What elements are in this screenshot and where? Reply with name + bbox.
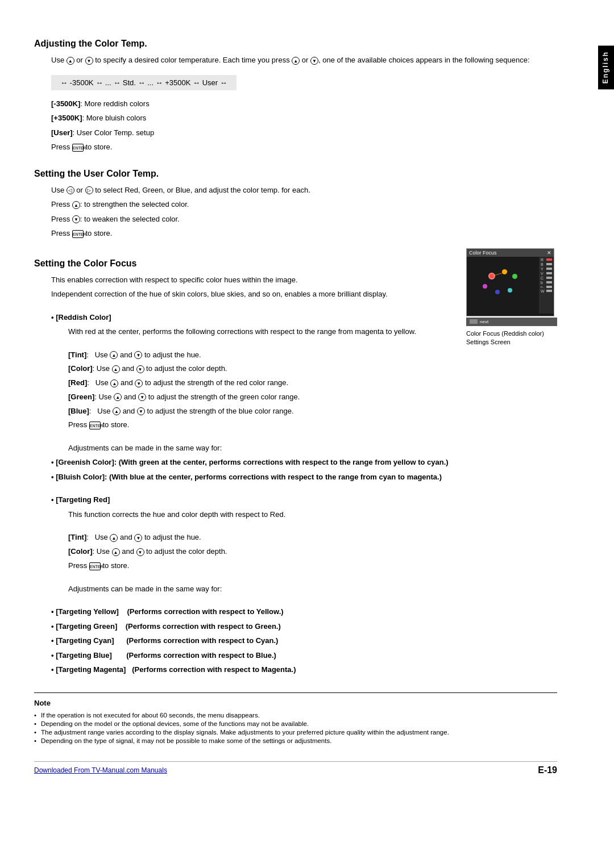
- targeting-red-desc: This function corrects the hue and color…: [68, 509, 557, 520]
- heading-color-focus: Setting the Color Focus: [34, 258, 455, 269]
- reddish-blue: [Blue]: Use ▲ and ▼ to adjust the streng…: [68, 406, 455, 418]
- v-bar: [546, 272, 552, 274]
- ci5: ▲: [110, 379, 118, 387]
- targeting-adj-note: Adjustments can be made in the same way …: [68, 583, 557, 595]
- up-icon2: ▲: [292, 57, 300, 65]
- ci9: ▲: [113, 407, 121, 415]
- heading-adjust-color-temp: Adjusting the Color Temp.: [34, 39, 557, 49]
- y-bar: [546, 268, 552, 270]
- targeting-color: [Color]: Use ▲ and ▼ to adjust the color…: [68, 546, 557, 558]
- user-color-store: Press ENTER to store.: [51, 228, 557, 239]
- greenish-color-bullet: • [Greenish Color]: (With green at the c…: [51, 457, 557, 468]
- heading-user-color-temp: Setting the User Color Temp.: [34, 169, 557, 179]
- enter-icon4: ENTER: [89, 562, 101, 570]
- cf-close: ✕: [547, 250, 551, 256]
- page-container: English Adjusting the Color Temp. Use ▲ …: [0, 0, 614, 868]
- note-item-1: • If the operation is not executed for a…: [34, 712, 557, 719]
- download-link[interactable]: Downloaded From TV-Manual.com Manuals: [34, 766, 167, 774]
- reddish-red: [Red]: Use ▲ and ▼ to adjust the strengt…: [68, 377, 455, 389]
- cf-sidebar-v: V: [540, 272, 553, 276]
- item-3500k-neg: [-3500K]: More reddish colors: [51, 98, 557, 110]
- left-arrow: ◁: [67, 186, 74, 194]
- cf-main: [467, 257, 539, 314]
- b-bar: [546, 263, 552, 265]
- ci1: ▲: [110, 351, 118, 359]
- color-focus-screen: Color Focus ✕: [466, 248, 554, 316]
- targeting-red-heading: • [Targeting Red]: [51, 494, 557, 506]
- cf-body: R B Y V C: [467, 257, 554, 314]
- content-area: Adjusting the Color Temp. Use ▲ or ▼ to …: [34, 39, 557, 775]
- r-bar: [546, 258, 552, 261]
- item-user: [User]: User Color Temp. setup: [51, 127, 557, 139]
- note-item-4: • Depending on the type of signal, it ma…: [34, 737, 557, 744]
- cf-sidebar-c: C: [540, 276, 553, 280]
- cf-next-icon: [470, 319, 478, 324]
- reddish-desc: With red at the center, performs the fol…: [68, 326, 455, 337]
- item-3500k-pos: [+3500K]: More bluish colors: [51, 112, 557, 124]
- user-color-line1: Use ◁ or ▷ to select Red, Green, or Blue…: [51, 185, 557, 196]
- reddish-store: Press ENTER to store.: [68, 419, 455, 431]
- ci13: ▲: [112, 548, 120, 556]
- note-item-3: • The adjustment range varies according …: [34, 729, 557, 736]
- adjust-intro: Use ▲ or ▼ to specify a desired color te…: [51, 55, 557, 66]
- adjustments-note: Adjustments can be made in the same way …: [68, 443, 455, 454]
- cf-sidebar-b: B: [540, 262, 553, 266]
- down-icon: ▼: [85, 57, 93, 65]
- ci11: ▲: [110, 534, 118, 542]
- sequence-box: ↔ -3500K ↔ ... ↔ Std. ↔ ... ↔ +3500K ↔ U…: [51, 75, 237, 90]
- reddish-tint: [Tint]: Use ▲ and ▼ to adjust the hue.: [68, 349, 455, 361]
- targeting-yellow: • [Targeting Yellow] (Performs correctio…: [51, 606, 557, 617]
- ci14: ▼: [136, 548, 144, 556]
- right-arrow: ▷: [85, 186, 93, 194]
- targeting-magenta: • [Targeting Magenta] (Performs correcti…: [51, 664, 557, 675]
- cf-title-bar: Color Focus ✕: [467, 249, 554, 257]
- ci12: ▼: [134, 534, 142, 542]
- cf-sidebar-w: W: [540, 289, 553, 293]
- note-heading: Note: [34, 698, 557, 709]
- targeting-green: • [Targeting Green] (Performs correction…: [51, 621, 557, 632]
- english-tab: English: [598, 45, 614, 89]
- enter-icon3: ENTER: [89, 422, 101, 429]
- ci6: ▼: [135, 379, 143, 387]
- targeting-tint: [Tint]: Use ▲ and ▼ to adjust the hue.: [68, 532, 557, 544]
- down-circle: ▼: [72, 215, 80, 223]
- user-color-line3: Press ▼: to weaken the selected color.: [51, 214, 557, 225]
- w-bar: [546, 290, 552, 292]
- cf-next-label: next: [480, 319, 488, 324]
- ci2: ▼: [134, 351, 142, 359]
- bluish-color-bullet: • [Bluish Color]: (With blue at the cent…: [51, 471, 557, 483]
- svg-line-0: [492, 272, 508, 276]
- ci10: ▼: [137, 407, 145, 415]
- ci4: ▼: [136, 365, 144, 373]
- cf-next-bar: next: [466, 318, 557, 326]
- color-focus-text: Setting the Color Focus This enables cor…: [34, 243, 455, 457]
- reddish-color-heading: • [Reddish Color]: [51, 312, 455, 323]
- connection-svg: [467, 257, 539, 314]
- ci3: ▲: [112, 365, 120, 373]
- up-circle: ▲: [72, 201, 80, 209]
- cf-sidebar: R B Y V C: [539, 257, 554, 314]
- c-bar: [546, 277, 552, 279]
- cf-sidebar-y: Y: [540, 267, 553, 271]
- note-box: Note • If the operation is not executed …: [34, 692, 557, 745]
- image-panel: Color Focus ✕: [466, 248, 557, 350]
- cf-sidebar-n: n..: [540, 285, 553, 289]
- targeting-cyan: • [Targeting Cyan] (Performs correction …: [51, 635, 557, 646]
- note-item-2: • Depending on the model or the optional…: [34, 720, 557, 727]
- up-icon: ▲: [67, 57, 74, 65]
- b2-bar: [546, 281, 552, 283]
- image-caption: Color Focus (Reddish color) Settings Scr…: [466, 329, 557, 347]
- color-focus-intro1: This enables correction with respect to …: [51, 274, 455, 286]
- enter-icon: ENTER: [72, 144, 84, 152]
- reddish-color-item: [Color]: Use ▲ and ▼ to adjust the color…: [68, 363, 455, 375]
- enter-icon2: ENTER: [72, 230, 84, 238]
- color-focus-section: Setting the Color Focus This enables cor…: [34, 243, 557, 457]
- user-color-line2: Press ▲: to strengthen the selected colo…: [51, 199, 557, 210]
- n-bar: [546, 286, 552, 288]
- page-number: E-19: [538, 765, 557, 775]
- ci7: ▲: [114, 393, 122, 401]
- cf-title: Color Focus: [469, 250, 497, 256]
- color-focus-intro2: Independent correction of the hue of ski…: [51, 289, 455, 300]
- cf-sidebar-b2: b: [540, 281, 553, 285]
- reddish-green: [Green]: Use ▲ and ▼ to adjust the stren…: [68, 391, 455, 403]
